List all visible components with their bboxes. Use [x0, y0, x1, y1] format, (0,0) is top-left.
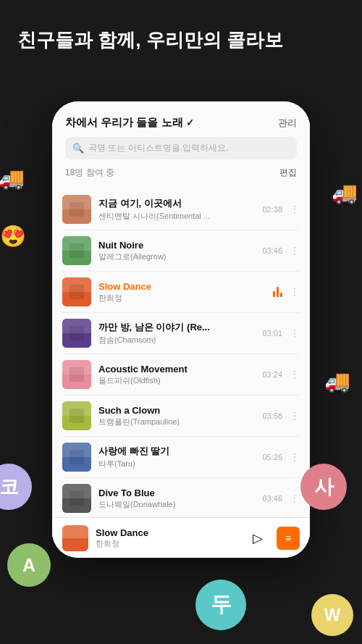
track-item[interactable]: Slow Dance한희정⋮ [62, 272, 300, 313]
track-artist: 한희정 [98, 293, 266, 304]
chevron-down-icon: ✓ [186, 117, 194, 128]
track-more-icon[interactable]: ⋮ [290, 204, 300, 215]
bubble-truck2: 🚚 [326, 174, 362, 212]
track-thumbnail [62, 195, 91, 224]
manage-button[interactable]: 관리 [278, 117, 297, 130]
playing-indicator [273, 287, 282, 297]
track-name: 사랑에 빠진 딸기 [98, 445, 255, 458]
player-bar: Slow Dance 한희정 ▷ ≡ [52, 517, 310, 558]
track-item[interactable]: 지금 여기, 이곳에서센티멘탈 시나리(Sentimental ...02:38… [62, 189, 300, 230]
track-info: Nuit Noire알레그로(Allegrow) [98, 240, 255, 262]
edit-button[interactable]: 편집 [279, 167, 297, 179]
track-info: 지금 여기, 이곳에서센티멘탈 시나리(Sentimental ... [98, 197, 255, 222]
track-thumbnail [62, 360, 91, 389]
bubble-sa: 사 [300, 464, 347, 510]
track-artist: 트램폴린(Trampauline) [98, 417, 255, 427]
track-item[interactable]: Acoustic Movement올드피쉬(Oldfish)03:24⋮ [62, 354, 300, 396]
playlist-title-text: 차에서 우리가 들을 노래 [65, 116, 183, 130]
queue-icon: ≡ [285, 532, 291, 544]
track-name: Acoustic Movement [98, 364, 255, 375]
track-duration: 05:26 [262, 453, 282, 461]
track-artist: 알레그로(Allegrow) [98, 251, 255, 262]
track-artist: 도나웨일(Donawhale) [98, 499, 255, 510]
track-info: Acoustic Movement올드피쉬(Oldfish) [98, 364, 255, 386]
bubble-w: W [311, 594, 353, 636]
participants-count: 18명 참여 중 [65, 167, 114, 179]
track-name: Slow Dance [98, 281, 266, 292]
track-more-icon[interactable]: ⋮ [290, 493, 300, 504]
track-artist: 센티멘탈 시나리(Sentimental ... [98, 211, 255, 222]
track-name: 까만 방, 남은 이야기 (Re... [98, 321, 255, 334]
track-duration: 02:38 [262, 205, 282, 214]
track-duration: 03:46 [262, 246, 282, 255]
track-info: 사랑에 빠진 딸기타루(Taru) [98, 445, 255, 469]
bubble-truck3: 🚚 [319, 362, 356, 400]
track-list: 지금 여기, 이곳에서센티멘탈 시나리(Sentimental ...02:38… [52, 189, 310, 517]
track-name: Such a Clown [98, 405, 255, 416]
track-item[interactable]: 까만 방, 남은 이야기 (Re...참솜(Chamsom)03:01⋮ [62, 313, 300, 354]
track-info: Dive To Blue도나웨일(Donawhale) [98, 488, 255, 510]
track-item[interactable]: Dive To Blue도나웨일(Donawhale)03:46⋮ [62, 478, 300, 517]
track-more-icon[interactable]: ⋮ [290, 410, 300, 422]
bubble-ko: 코 [0, 464, 32, 510]
phone-header: 차에서 우리가 들을 노래 ✓ 관리 🔍 곡명 또는 아티스트명을 입력하세요.… [52, 101, 310, 189]
player-info: Slow Dance 한희정 [96, 527, 239, 549]
bubble-smile1: 😍 [0, 217, 32, 255]
track-thumbnail [62, 443, 91, 472]
bubble-a: A [7, 543, 51, 587]
queue-button[interactable]: ≡ [277, 527, 300, 550]
track-duration: 03:01 [262, 329, 282, 338]
track-more-icon[interactable]: ⋮ [290, 327, 300, 339]
search-bar[interactable]: 🔍 곡명 또는 아티스트명을 입력하세요. [65, 137, 297, 159]
track-thumbnail [62, 277, 91, 306]
track-artist: 참솜(Chamsom) [98, 335, 255, 346]
track-duration: 03:24 [262, 370, 282, 379]
track-item[interactable]: 사랑에 빠진 딸기타루(Taru)05:26⋮ [62, 437, 300, 478]
bubble-du: 두 [195, 580, 246, 630]
track-duration: 03:58 [262, 411, 282, 420]
track-info: Such a Clown트램폴린(Trampauline) [98, 405, 255, 427]
track-item[interactable]: Such a Clown트램폴린(Trampauline)03:58⋮ [62, 396, 300, 437]
track-artist: 타루(Taru) [98, 459, 255, 469]
track-info: 까만 방, 남은 이야기 (Re...참솜(Chamsom) [98, 321, 255, 346]
playlist-title[interactable]: 차에서 우리가 들을 노래 ✓ [65, 116, 194, 130]
player-track-name: Slow Dance [96, 527, 239, 538]
track-more-icon[interactable]: ⋮ [290, 451, 300, 463]
player-artist: 한희정 [96, 538, 239, 549]
track-more-icon[interactable]: ⋮ [290, 286, 300, 298]
phone-mockup: 차에서 우리가 들을 노래 ✓ 관리 🔍 곡명 또는 아티스트명을 입력하세요.… [52, 101, 310, 558]
track-name: 지금 여기, 이곳에서 [98, 197, 255, 210]
search-placeholder: 곡명 또는 아티스트명을 입력하세요. [88, 142, 228, 154]
track-duration: 03:46 [262, 494, 282, 503]
track-thumbnail [62, 236, 91, 265]
play-button[interactable]: ▷ [246, 527, 269, 550]
track-name: Dive To Blue [98, 488, 255, 498]
player-thumbnail [62, 525, 88, 551]
headline: 친구들과 함께, 우리만의 콜라보 [17, 28, 345, 53]
track-artist: 올드피쉬(Oldfish) [98, 375, 255, 386]
track-name: Nuit Noire [98, 240, 255, 251]
track-info: Slow Dance한희정 [98, 281, 266, 304]
track-thumbnail [62, 319, 91, 348]
track-thumbnail [62, 484, 91, 513]
track-item[interactable]: Nuit Noire알레그로(Allegrow)03:46⋮ [62, 230, 300, 272]
track-more-icon[interactable]: ⋮ [290, 245, 300, 256]
search-icon: 🔍 [72, 143, 84, 154]
track-more-icon[interactable]: ⋮ [290, 369, 300, 380]
track-thumbnail [62, 401, 91, 430]
bubble-truck1: 🚚 [0, 159, 30, 197]
